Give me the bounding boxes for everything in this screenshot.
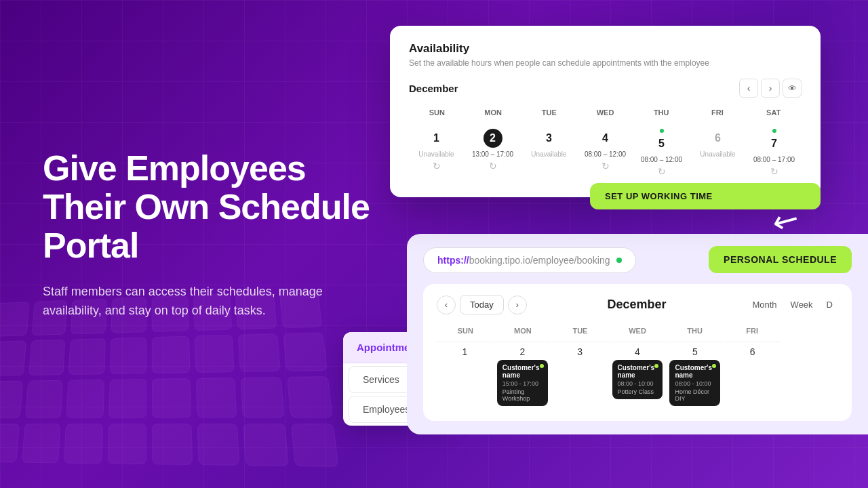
cal-date-5: 5 bbox=[669, 346, 720, 357]
cal-cell-3[interactable]: 3 bbox=[552, 342, 608, 410]
avail-dot-7 bbox=[772, 129, 776, 133]
availability-card: Availability Set the available hours whe… bbox=[390, 26, 821, 197]
cal-dow-thu: THU bbox=[666, 324, 724, 338]
avail-time-7: 08:00 – 17:00 bbox=[753, 156, 795, 163]
avail-cell-1[interactable]: 1 Unavailable ↻ bbox=[409, 125, 464, 181]
prev-month-btn[interactable]: ‹ bbox=[739, 79, 758, 98]
cal-today-btn[interactable]: Today bbox=[460, 295, 504, 314]
url-body: booking.tipo.io/employee/booking bbox=[469, 255, 610, 266]
cal-view-week[interactable]: Week bbox=[785, 297, 818, 312]
cal-view-day[interactable]: D bbox=[821, 297, 838, 312]
setup-working-time-badge[interactable]: SET UP WORKING TIME bbox=[590, 183, 821, 209]
avail-date-6: 6 bbox=[709, 129, 728, 148]
view-toggle-btn[interactable]: 👁 bbox=[783, 79, 802, 98]
cal-dow-fri: FRI bbox=[724, 324, 781, 338]
dow-wed: WED bbox=[577, 106, 633, 119]
dow-mon: MON bbox=[465, 106, 521, 119]
avail-cell-7[interactable]: 7 08:00 – 17:00 ↻ bbox=[747, 125, 802, 181]
cal-event-name-4: Customer's name bbox=[618, 364, 658, 379]
month-nav: December ‹ › 👁 bbox=[409, 79, 802, 98]
cal-dow-sun: SUN bbox=[437, 324, 494, 338]
avail-cell-6[interactable]: 6 Unavailable bbox=[690, 125, 745, 181]
cal-cell-5[interactable]: 5 Customer's name 08:00 - 10:00 Home Déc… bbox=[667, 342, 723, 410]
main-title: Give Employees Their Own Schedule Portal bbox=[43, 149, 375, 266]
url-bar: https://booking.tipo.io/employee/booking bbox=[423, 247, 636, 273]
dow-thu: THU bbox=[633, 106, 690, 119]
subtitle: Staff members can access their schedules… bbox=[43, 282, 355, 321]
avail-refresh-4: ↻ bbox=[601, 161, 610, 171]
calendar-header: ‹ Today › December Month Week D bbox=[437, 295, 838, 314]
avail-cell-2[interactable]: 2 13:00 – 17:00 ↻ bbox=[465, 125, 520, 181]
cal-days-header: SUN MON TUE WED THU FRI bbox=[437, 324, 838, 338]
cal-event-service-5: Home Décor DIY bbox=[675, 388, 715, 402]
dow-tue: TUE bbox=[521, 106, 577, 119]
cal-dow-wed: WED bbox=[609, 324, 667, 338]
nav-buttons: ‹ › 👁 bbox=[739, 79, 802, 98]
cal-cell-6[interactable]: 6 bbox=[724, 342, 781, 410]
cal-dow-tue: TUE bbox=[551, 324, 609, 338]
avail-date-1: 1 bbox=[427, 129, 446, 148]
avail-time-2: 13:00 – 17:00 bbox=[472, 150, 513, 158]
cal-event-time-4: 08:00 - 10:00 bbox=[618, 380, 658, 387]
personal-schedule-badge[interactable]: PERSONAL SCHEDULE bbox=[709, 246, 852, 273]
cal-event-dot-4 bbox=[654, 364, 658, 368]
avail-status-6: Unavailable bbox=[700, 150, 735, 158]
avail-time-4: 08:00 – 12:00 bbox=[585, 150, 626, 158]
avail-date-2: 2 bbox=[484, 129, 502, 148]
avail-date-7: 7 bbox=[765, 134, 784, 153]
cal-event-service-4: Pottery Class bbox=[618, 388, 658, 395]
avail-cell-5[interactable]: 5 08:00 – 12:00 ↻ bbox=[634, 125, 689, 181]
month-label: December bbox=[409, 83, 458, 94]
cal-date-1: 1 bbox=[439, 346, 490, 357]
hero-content: Give Employees Their Own Schedule Portal… bbox=[43, 149, 375, 321]
calendar-widget: ‹ Today › December Month Week D SUN MON … bbox=[423, 284, 852, 421]
avail-dot-5 bbox=[660, 129, 664, 133]
avail-cell-4[interactable]: 4 08:00 – 12:00 ↻ bbox=[578, 125, 633, 181]
cal-event-name-2: Customer's name bbox=[502, 364, 542, 379]
cal-date-6: 6 bbox=[727, 346, 778, 357]
dow-sat: SAT bbox=[745, 106, 802, 119]
dow-fri: FRI bbox=[690, 106, 746, 119]
availability-subtitle: Set the available hours when people can … bbox=[409, 58, 802, 68]
avail-time-5: 08:00 – 12:00 bbox=[641, 156, 682, 163]
cal-event-4[interactable]: Customer's name 08:00 - 10:00 Pottery Cl… bbox=[612, 360, 663, 399]
avail-status-3: Unavailable bbox=[531, 150, 566, 158]
calendar-nav: ‹ Today › bbox=[437, 295, 527, 314]
availability-title: Availability bbox=[409, 42, 802, 56]
cal-event-time-2: 15:00 - 17:00 bbox=[502, 380, 542, 387]
cal-cell-4[interactable]: 4 Customer's name 08:00 - 10:00 Pottery … bbox=[610, 342, 666, 410]
cal-view-month[interactable]: Month bbox=[747, 297, 782, 312]
cal-date-3: 3 bbox=[555, 346, 606, 357]
availability-grid-body: 1 Unavailable ↻ 2 13:00 – 17:00 ↻ 3 Unav… bbox=[409, 125, 802, 181]
cal-cell-2[interactable]: 2 Customer's name 15:00 - 17:00 Painting… bbox=[494, 342, 551, 410]
cal-cell-1[interactable]: 1 bbox=[437, 342, 493, 410]
personal-schedule-panel: https://booking.tipo.io/employee/booking… bbox=[407, 234, 868, 434]
avail-cell-3[interactable]: 3 Unavailable bbox=[521, 125, 576, 181]
dow-sun: SUN bbox=[409, 106, 465, 119]
cal-date-2: 2 bbox=[497, 346, 548, 357]
cal-event-name-5: Customer's name bbox=[675, 364, 715, 379]
avail-date-3: 3 bbox=[540, 129, 559, 148]
cal-date-4: 4 bbox=[612, 346, 663, 357]
url-prefix: https:// bbox=[437, 255, 469, 266]
cal-event-2[interactable]: Customer's name 15:00 - 17:00 Painting W… bbox=[497, 360, 548, 406]
cal-next-btn[interactable]: › bbox=[508, 296, 527, 314]
cal-dow-mon: MON bbox=[494, 324, 552, 338]
avail-date-4: 4 bbox=[596, 129, 615, 148]
next-month-btn[interactable]: › bbox=[761, 79, 780, 98]
cal-month: December bbox=[608, 298, 667, 312]
cal-event-5[interactable]: Customer's name 08:00 - 10:00 Home Décor… bbox=[669, 360, 720, 406]
days-of-week-header: SUN MON TUE WED THU FRI SAT bbox=[409, 106, 802, 119]
url-dot bbox=[616, 258, 622, 263]
cal-event-dot-2 bbox=[540, 364, 544, 368]
cal-event-dot-5 bbox=[712, 364, 716, 368]
cal-prev-btn[interactable]: ‹ bbox=[437, 296, 456, 314]
calendar-body: 1 2 Customer's name 15:00 - 17:00 Painti… bbox=[437, 342, 838, 410]
cal-view-buttons: Month Week D bbox=[747, 297, 838, 312]
avail-date-5: 5 bbox=[652, 134, 671, 153]
cal-event-service-2: Painting Workshop bbox=[502, 388, 542, 402]
avail-refresh-7: ↻ bbox=[770, 166, 778, 177]
cal-event-time-5: 08:00 - 10:00 bbox=[675, 380, 715, 387]
availability-grid: SUN MON TUE WED THU FRI SAT 1 Unavailabl… bbox=[409, 106, 802, 181]
avail-refresh-1: ↻ bbox=[433, 161, 441, 171]
